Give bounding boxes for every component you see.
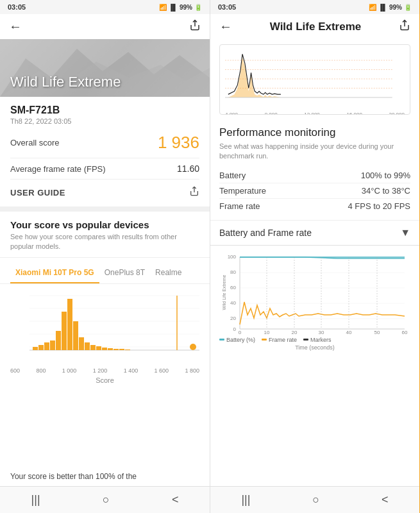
battery-legend-dot: [219, 339, 224, 341]
dist-x-0: 4 000: [225, 112, 238, 115]
dist-x-1: 8 000: [265, 112, 278, 115]
x-label-2: 1 000: [62, 367, 77, 374]
svg-rect-9: [33, 347, 38, 350]
histogram-chart: [10, 289, 199, 366]
legend-markers: Markers: [303, 337, 332, 343]
dist-x-labels: 4 000 8 000 12 000 16 000 20 000: [225, 110, 405, 115]
svg-rect-22: [108, 348, 113, 350]
right-battery-icon: 🔋: [404, 4, 412, 11]
left-back-button[interactable]: ←: [9, 19, 22, 34]
right-phone-panel: 03:05 📶 ▐▌ 99% 🔋 ← Wild Life Extreme: [210, 0, 419, 513]
frame-rate-legend-dot: [262, 339, 267, 341]
right-time: 03:05: [218, 3, 236, 11]
svg-rect-15: [67, 299, 72, 350]
right-share-button[interactable]: [399, 19, 410, 34]
line-chart-svg: 100 80 60 40 20 0: [219, 251, 410, 334]
distribution-svg: [225, 50, 405, 108]
svg-text:40: 40: [230, 300, 236, 306]
x-label-3: 1 200: [93, 367, 108, 374]
svg-rect-24: [119, 349, 124, 350]
markers-legend-dot: [303, 339, 308, 341]
battery-framerate-dropdown[interactable]: Battery and Frame rate ▼: [210, 221, 419, 246]
line-chart-area: 100 80 60 40 20 0: [210, 246, 419, 486]
left-top-bar: ←: [0, 14, 210, 39]
left-battery-pct: 99%: [180, 4, 192, 11]
x-axis-labels: 600 800 1 000 1 200 1 400 1 600 1 800: [10, 366, 199, 375]
tab-xiaomi[interactable]: Xiaomi Mi 10T Pro 5G: [10, 263, 99, 283]
fps-row: Average frame rate (FPS) 11.60: [10, 164, 199, 180]
svg-rect-25: [125, 349, 130, 350]
right-nav-home-button[interactable]: ○: [312, 493, 319, 507]
svg-text:60: 60: [402, 330, 408, 334]
dist-x-2: 12 000: [304, 112, 319, 115]
nav-menu-button[interactable]: |||: [31, 493, 40, 507]
perf-title: Performance monitoring: [219, 126, 410, 139]
markers-legend-label: Markers: [310, 337, 332, 343]
svg-rect-10: [38, 345, 44, 350]
right-nav-menu-button[interactable]: |||: [241, 493, 250, 507]
x-label-0: 600: [10, 367, 20, 374]
battery-legend-label: Battery (%): [226, 337, 255, 343]
svg-text:0: 0: [233, 326, 237, 332]
svg-point-26: [190, 344, 196, 350]
svg-rect-17: [79, 337, 84, 350]
histogram-svg: [10, 289, 199, 366]
battery-label: Battery: [219, 171, 246, 180]
left-battery-icon: 🔋: [194, 4, 202, 11]
dist-x-4: 20 000: [389, 112, 405, 115]
left-time: 03:05: [8, 3, 26, 11]
frame-rate-legend-label: Frame rate: [269, 337, 297, 343]
svg-text:20: 20: [230, 315, 236, 321]
right-back-button[interactable]: ←: [219, 19, 232, 34]
fps-value: 11.60: [177, 164, 199, 174]
battery-row: Battery 100% to 99%: [219, 168, 410, 183]
vs-title: Your score vs popular devices: [10, 219, 199, 230]
right-nav-back-button[interactable]: <: [382, 493, 389, 507]
overall-score-label: Overall score: [10, 138, 60, 147]
svg-rect-11: [44, 342, 49, 350]
right-top-bar: ← Wild Life Extreme: [210, 14, 419, 39]
svg-text:30: 30: [319, 330, 324, 334]
overall-score-value: 1 936: [158, 133, 199, 153]
overall-score-row: Overall score 1 936: [10, 133, 199, 158]
device-name: SM-F721B: [10, 105, 199, 116]
user-guide-label: USER GUIDE: [10, 188, 65, 198]
frame-rate-row: Frame rate 4 FPS to 20 FPS: [219, 199, 410, 214]
tab-oneplus[interactable]: OnePlus 8T: [99, 263, 150, 283]
left-bottom-nav: ||| ○ <: [0, 486, 210, 513]
left-device-section: SM-F721B Th8 22, 2022 03:05 Overall scor…: [0, 97, 210, 212]
left-chart-area: 600 800 1 000 1 200 1 400 1 600 1 800 Sc…: [0, 284, 210, 467]
user-guide-row[interactable]: USER GUIDE: [10, 186, 199, 199]
perf-subtitle: See what was happening inside your devic…: [219, 142, 410, 162]
temperature-row: Temperature 34°C to 38°C: [219, 183, 410, 199]
x-label-4: 1 400: [124, 367, 139, 374]
svg-text:40: 40: [346, 330, 352, 334]
right-signal-icon: ▐▌: [378, 4, 387, 11]
tab-realme[interactable]: Realme: [150, 263, 187, 283]
svg-rect-16: [73, 321, 78, 350]
battery-value: 100% to 99%: [361, 171, 410, 180]
dist-x-3: 16 000: [346, 112, 362, 115]
right-wifi-icon: 📶: [369, 4, 376, 11]
svg-rect-20: [96, 346, 101, 350]
x-label-6: 1 800: [185, 367, 199, 374]
comparison-tabs: Xiaomi Mi 10T Pro 5G OnePlus 8T Realme: [0, 263, 210, 284]
chart-legend: Battery (%) Frame rate Markers: [219, 337, 410, 343]
left-share-button[interactable]: [189, 19, 201, 34]
svg-rect-18: [85, 342, 90, 350]
user-guide-share-icon[interactable]: [189, 186, 199, 199]
nav-back-button[interactable]: <: [172, 493, 179, 507]
chevron-down-icon: ▼: [400, 227, 410, 239]
frame-rate-value: 4 FPS to 20 FPS: [348, 201, 410, 211]
bottom-comparison-text: Your score is better than 100% of the: [0, 467, 210, 486]
svg-text:100: 100: [228, 254, 237, 260]
svg-text:0: 0: [239, 330, 242, 334]
right-battery-pct: 99%: [389, 4, 402, 11]
svg-rect-21: [102, 348, 107, 350]
right-status-bar: 03:05 📶 ▐▌ 99% 🔋: [210, 0, 419, 14]
svg-rect-14: [62, 312, 67, 350]
temperature-label: Temperature: [219, 186, 266, 196]
nav-home-button[interactable]: ○: [103, 493, 110, 507]
vs-section: Your score vs popular devices See how yo…: [0, 212, 210, 258]
svg-text:10: 10: [264, 330, 270, 334]
